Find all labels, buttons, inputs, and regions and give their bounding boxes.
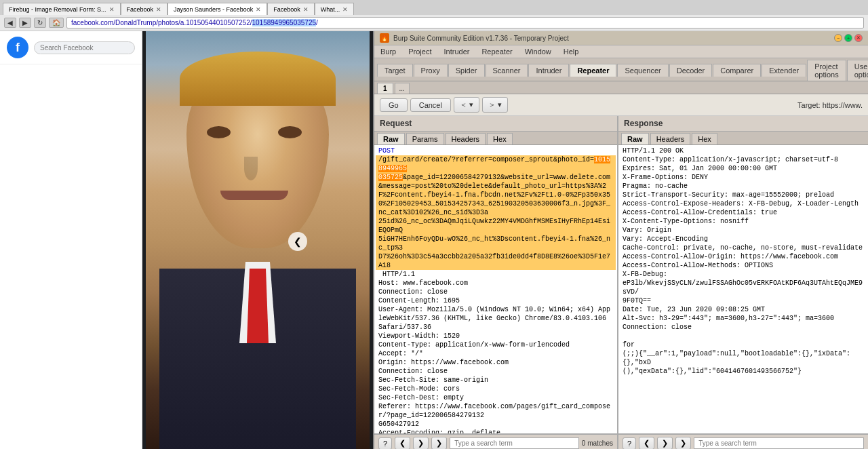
minimize-button[interactable]: − xyxy=(834,34,842,42)
browser-tab-5[interactable]: What... ✕ xyxy=(315,3,355,15)
browser-tab-1[interactable]: Firebug - Image Removal Form: S... ✕ xyxy=(3,3,121,15)
response-tab-hex[interactable]: Hex xyxy=(692,133,717,144)
tab-proxy[interactable]: Proxy xyxy=(414,64,448,77)
trump-photo xyxy=(146,31,370,449)
request-panel: Request Raw Params Headers Hex POST /gif… xyxy=(374,116,618,433)
home-button[interactable]: 🏠 xyxy=(49,18,64,28)
url-bar[interactable]: facebook.com/DonaldTrump/photos/a.101505… xyxy=(66,17,864,28)
http-connection2-line: Connection: close xyxy=(376,367,616,376)
tab-close-5[interactable]: ✕ xyxy=(342,6,348,13)
menu-project[interactable]: Project xyxy=(406,47,433,56)
menu-repeater[interactable]: Repeater xyxy=(479,47,514,56)
tab-close-3[interactable]: ✕ xyxy=(256,6,261,13)
tab-extender[interactable]: Extender xyxy=(762,64,806,77)
tab-close-2[interactable]: ✕ xyxy=(156,6,161,13)
facebook-search-input[interactable] xyxy=(34,41,135,54)
browser-tab-4[interactable]: Facebook ✕ xyxy=(267,3,315,15)
facebook-search-area xyxy=(34,41,135,54)
request-tab-raw[interactable]: Raw xyxy=(377,133,405,144)
go-button[interactable]: Go xyxy=(380,98,408,112)
back-button[interactable]: ◀ xyxy=(4,18,16,28)
browser-tab-2[interactable]: Facebook ✕ xyxy=(121,3,168,15)
maximize-button[interactable]: + xyxy=(844,34,852,42)
tab-sequencer[interactable]: Sequencer xyxy=(617,64,668,77)
response-search-prev[interactable]: ❮ xyxy=(639,437,654,449)
request-tab-headers[interactable]: Headers xyxy=(446,133,486,144)
http-referer-line: Referer: https://www.facebook.com/pages/… xyxy=(376,402,616,429)
burp-menubar: Burp Project Intruder Repeater Window He… xyxy=(374,45,868,58)
tab-label-3: Jayson Saunders - Facebook xyxy=(174,6,253,13)
res-cache-control: Cache-Control: private, no-cache, no-sto… xyxy=(620,243,867,252)
tab-label-1: Firebug - Image Removal Form: S... xyxy=(9,6,106,13)
tab-label-5: What... xyxy=(321,6,340,13)
res-vary-encoding: Vary: Accept-Encoding xyxy=(620,235,867,243)
tab-scanner[interactable]: Scanner xyxy=(486,64,528,77)
tab-spider[interactable]: Spider xyxy=(448,64,485,77)
facebook-logo-icon: f xyxy=(7,37,28,58)
response-help-button[interactable]: ? xyxy=(623,437,636,450)
menu-help[interactable]: Help xyxy=(561,47,581,56)
repeater-tabs: 1 ... xyxy=(374,81,868,94)
response-header: Response xyxy=(618,116,868,132)
tab-project-options[interactable]: Project options xyxy=(807,60,846,81)
browser-tab-3[interactable]: Jayson Saunders - Facebook ✕ xyxy=(167,3,267,15)
repeater-tab-1[interactable]: 1 xyxy=(377,83,393,94)
facebook-logo-area: f xyxy=(0,31,142,64)
request-content[interactable]: POST /gift_card/create/?referrer=compose… xyxy=(374,145,617,433)
target-label: Target: https://www. xyxy=(797,101,863,109)
tab-user-options[interactable]: User options xyxy=(847,60,868,81)
menu-burp[interactable]: Burp xyxy=(378,47,398,56)
response-search-next[interactable]: ❯ xyxy=(657,437,673,449)
response-content[interactable]: HTTP/1.1 200 OK Content-Type: applicatio… xyxy=(618,145,868,433)
res-for: for xyxy=(620,340,867,349)
response-search-fwd[interactable]: ❯ xyxy=(675,437,691,449)
reload-button[interactable]: ↻ xyxy=(34,18,46,28)
res-x-fb-debug-value1: eP3lb/WkevjSSyCLN/zwulFSSAGhOc05vERKFOAt… xyxy=(620,279,867,296)
next-arrow-button[interactable]: ＞ ▾ xyxy=(482,97,508,113)
tab-decoder[interactable]: Decoder xyxy=(669,64,713,77)
forward-button[interactable]: ▶ xyxy=(19,18,31,28)
http-content-type-line: Content-Type: application/x-www-form-url… xyxy=(376,340,616,349)
request-tab-params[interactable]: Params xyxy=(406,133,444,144)
facebook-panel: f xyxy=(0,31,373,449)
prev-arrow-button[interactable]: ＜ ▾ xyxy=(454,97,479,113)
http-url-line: /gift_card/create/?referrer=composer_spr… xyxy=(376,155,616,270)
request-help-button[interactable]: ? xyxy=(378,437,392,450)
res-allow-origin: Access-Control-Allow-Origin: https://www… xyxy=(620,252,867,261)
tab-label-2: Facebook xyxy=(127,6,154,13)
tab-target[interactable]: Target xyxy=(377,64,413,77)
res-connection: Connection: close xyxy=(620,323,867,332)
chevron-down-icon-2: ▾ xyxy=(498,100,502,109)
response-search-input[interactable] xyxy=(694,437,864,449)
browser-address-bar: ◀ ▶ ↻ 🏠 facebook.com/DonaldTrump/photos/… xyxy=(0,15,868,31)
cancel-button[interactable]: Cancel xyxy=(410,98,451,112)
photo-prev-button[interactable]: ❮ xyxy=(288,232,307,251)
request-search-input[interactable] xyxy=(450,437,579,449)
response-tab-raw[interactable]: Raw xyxy=(621,133,649,144)
menu-intruder[interactable]: Intruder xyxy=(442,47,472,56)
http-origin-line: Origin: https://www.facebook.com xyxy=(376,358,616,367)
request-tab-hex[interactable]: Hex xyxy=(487,133,513,144)
tab-comparer[interactable]: Comparer xyxy=(713,64,761,77)
tab-close-1[interactable]: ✕ xyxy=(109,6,115,13)
repeater-tab-more[interactable]: ... xyxy=(395,83,410,94)
request-search-next[interactable]: ❯ xyxy=(413,437,429,449)
menu-window[interactable]: Window xyxy=(523,47,553,56)
url-highlight: 10158949965035725 xyxy=(252,19,317,26)
burp-main-tabs: Target Proxy Spider Scanner Intruder Rep… xyxy=(374,58,868,81)
facebook-sidebar: f xyxy=(0,31,142,449)
tab-intruder[interactable]: Intruder xyxy=(528,64,569,77)
response-search-bar: ? ❮ ❯ ❯ xyxy=(618,434,868,449)
close-button[interactable]: ✕ xyxy=(854,34,863,42)
tab-close-4[interactable]: ✕ xyxy=(303,6,309,13)
res-expose-headers: Access-Control-Expose-Headers: X-FB-Debu… xyxy=(620,199,867,208)
main-layout: f xyxy=(0,31,868,449)
res-body-2: (),"qexData":{},"lid":"60414676014935667… xyxy=(620,367,867,376)
http-connection-line: Connection: close xyxy=(376,288,616,296)
res-allow-credentials: Access-Control-Allow-Credentials: true xyxy=(620,208,867,217)
tab-repeater[interactable]: Repeater xyxy=(570,64,616,77)
burp-window-controls: − + ✕ xyxy=(834,34,863,42)
request-search-prev[interactable]: ❮ xyxy=(395,437,410,449)
response-tab-headers[interactable]: Headers xyxy=(650,133,691,144)
request-search-fwd[interactable]: ❯ xyxy=(431,437,447,449)
